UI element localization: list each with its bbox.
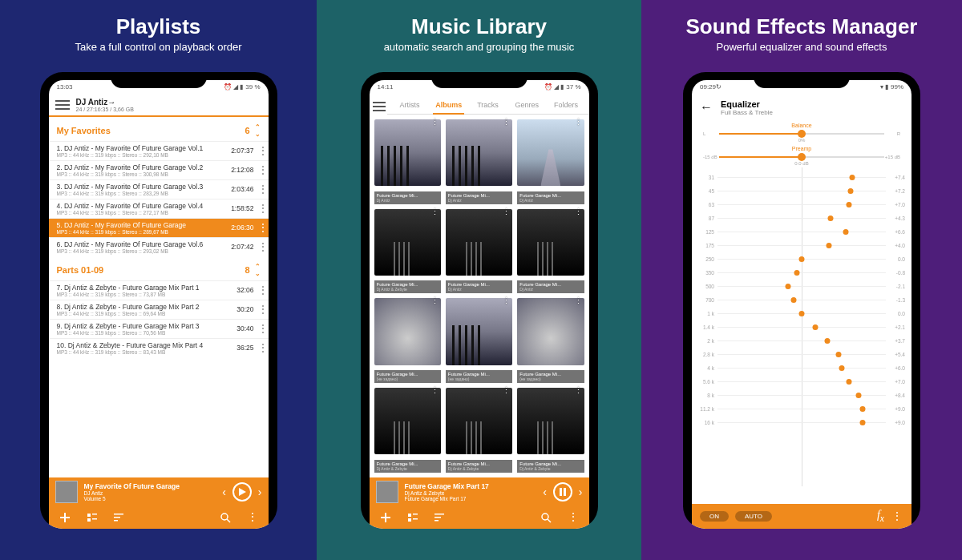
track-menu-icon[interactable]: ⋮ [257, 308, 264, 312]
auto-toggle[interactable]: AUTO [735, 511, 772, 522]
play-button[interactable] [232, 482, 252, 502]
tab-genres[interactable]: Genres [507, 98, 547, 114]
album-menu-icon[interactable]: ⋮ [574, 300, 583, 303]
album-menu-icon[interactable]: ⋮ [574, 389, 583, 393]
album-tile[interactable]: ⋮Future Garage Mi...Dj Antiz & Zebyte [374, 388, 441, 473]
back-icon[interactable]: ← [700, 100, 713, 115]
eq-band[interactable]: 700-1.3 [695, 293, 905, 307]
page-title: Equalizer [721, 99, 773, 109]
track-row[interactable]: 2. DJ Antiz - My Favorite Of Future Gara… [49, 160, 269, 179]
tab-folders[interactable]: Folders [547, 98, 586, 114]
tab-artists[interactable]: Artists [390, 98, 430, 114]
album-menu-icon[interactable]: ⋮ [574, 211, 583, 214]
album-menu-icon[interactable]: ⋮ [430, 389, 439, 393]
queue-icon[interactable] [86, 511, 99, 524]
pause-button[interactable] [553, 482, 572, 502]
prev-button[interactable]: ‹ [222, 485, 226, 498]
eq-band[interactable]: 45+7.2 [695, 184, 905, 198]
album-tile[interactable]: ⋮Future Garage Mi...(не задано) [374, 298, 441, 383]
eq-band[interactable]: 500-2.1 [695, 280, 905, 293]
eq-band[interactable]: 175+4.0 [695, 239, 905, 252]
album-menu-icon[interactable]: ⋮ [430, 121, 439, 124]
album-menu-icon[interactable]: ⋮ [430, 211, 439, 214]
track-row[interactable]: 6. DJ Antiz - My Favorite Of Future Gara… [49, 237, 269, 256]
add-icon[interactable] [379, 511, 392, 524]
album-menu-icon[interactable]: ⋮ [502, 121, 511, 124]
album-tile[interactable]: ⋮Future Garage Mi...Dj Antiz [517, 119, 584, 204]
eq-band[interactable]: 87+4.3 [695, 212, 905, 225]
album-menu-icon[interactable]: ⋮ [502, 300, 511, 303]
preamp-slider[interactable]: -15 dB+15 dB [703, 151, 900, 163]
svg-rect-9 [560, 488, 562, 496]
eq-band[interactable]: 1 k0.0 [695, 307, 905, 320]
now-playing-bar[interactable]: Future Garage Mix Part 17 Dj Antiz & Zeb… [370, 477, 589, 506]
eq-band[interactable]: 2 k+3.7 [695, 334, 905, 348]
track-row[interactable]: 4. DJ Antiz - My Favorite Of Future Gara… [49, 199, 269, 218]
prev-button[interactable]: ‹ [543, 485, 547, 498]
eq-band[interactable]: 5.6 k+7.0 [695, 375, 905, 389]
track-menu-icon[interactable]: ⋮ [257, 207, 264, 211]
balance-slider[interactable]: LR [703, 128, 900, 139]
track-menu-icon[interactable]: ⋮ [257, 226, 264, 230]
next-button[interactable]: › [258, 485, 262, 498]
menu-icon[interactable] [370, 97, 387, 111]
eq-band[interactable]: 11.2 k+9.0 [695, 402, 905, 416]
eq-band[interactable]: 16 k+9.0 [695, 416, 905, 429]
track-row[interactable]: 10. Dj Antiz & Zebyte - Future Garage Mi… [49, 338, 269, 357]
track-menu-icon[interactable]: ⋮ [257, 245, 264, 249]
search-icon[interactable] [540, 511, 552, 524]
eq-band[interactable]: 63+7.0 [695, 198, 905, 212]
fx-icon[interactable]: fx [877, 509, 884, 524]
album-menu-icon[interactable]: ⋮ [574, 121, 583, 124]
album-tile[interactable]: ⋮Future Garage Mi...Dj Antiz [446, 209, 512, 294]
track-menu-icon[interactable]: ⋮ [257, 288, 264, 292]
eq-band[interactable]: 2.8 k+5.4 [695, 348, 905, 361]
playlist-header[interactable]: My Favorites6 ⌃⌄ [49, 117, 269, 141]
now-playing-title: My Favorite Of Future Garage [84, 482, 216, 490]
track-menu-icon[interactable]: ⋮ [257, 327, 264, 331]
track-menu-icon[interactable]: ⋮ [257, 187, 264, 191]
now-playing-bar[interactable]: My Favorite Of Future Garage DJ Antiz Vo… [49, 477, 269, 506]
track-row[interactable]: 3. DJ Antiz - My Favorite Of Future Gara… [49, 179, 269, 199]
sort-icon[interactable] [113, 511, 126, 524]
eq-band[interactable]: 1.4 k+2.1 [695, 320, 905, 334]
track-menu-icon[interactable]: ⋮ [257, 149, 264, 153]
track-row[interactable]: 5. DJ Antiz - My Favorite Of Future Gara… [49, 218, 269, 237]
album-tile[interactable]: ⋮Future Garage Mi...(не задано) [517, 298, 584, 383]
search-icon[interactable] [219, 511, 232, 524]
on-toggle[interactable]: ON [700, 511, 729, 522]
more-icon[interactable]: ⋮ [567, 511, 580, 524]
eq-band[interactable]: 350-0.8 [695, 266, 905, 280]
album-menu-icon[interactable]: ⋮ [430, 300, 439, 303]
next-button[interactable]: › [579, 485, 583, 498]
track-row[interactable]: 1. DJ Antiz - My Favorite Of Future Gara… [49, 141, 269, 160]
playlist-header[interactable]: Parts 01-098 ⌃⌄ [49, 256, 269, 280]
album-tile[interactable]: ⋮Future Garage Mi...Dj Antiz [374, 119, 441, 204]
tab-albums[interactable]: Albums [429, 98, 468, 114]
eq-band[interactable]: 125+6.6 [695, 225, 905, 239]
track-menu-icon[interactable]: ⋮ [257, 346, 264, 350]
sort-icon[interactable] [434, 511, 447, 524]
album-tile[interactable]: ⋮Future Garage Mi...(не задано) [446, 298, 512, 383]
album-tile[interactable]: ⋮Future Garage Mi...Dj Antiz [446, 119, 512, 204]
track-menu-icon[interactable]: ⋮ [257, 168, 264, 172]
track-row[interactable]: 9. Dj Antiz & Zebyte - Future Garage Mix… [49, 319, 269, 338]
eq-band[interactable]: 8 k+8.4 [695, 389, 905, 402]
eq-band[interactable]: 2500.0 [695, 252, 905, 266]
add-icon[interactable] [59, 511, 71, 524]
album-menu-icon[interactable]: ⋮ [502, 389, 511, 393]
album-tile[interactable]: ⋮Future Garage Mi...Dj Antiz & Zebyte [446, 388, 512, 473]
album-menu-icon[interactable]: ⋮ [502, 211, 511, 214]
track-row[interactable]: 8. Dj Antiz & Zebyte - Future Garage Mix… [49, 300, 269, 319]
eq-band[interactable]: 4 k+6.0 [695, 361, 905, 375]
menu-icon[interactable] [55, 100, 70, 110]
album-tile[interactable]: ⋮Future Garage Mi...Dj Antiz & Zebyte [374, 209, 441, 294]
tab-tracks[interactable]: Tracks [468, 98, 507, 114]
more-icon[interactable]: ⋮ [891, 510, 903, 522]
track-row[interactable]: 7. Dj Antiz & Zebyte - Future Garage Mix… [49, 280, 269, 300]
album-tile[interactable]: ⋮Future Garage Mi...Dj Antiz [517, 209, 584, 294]
album-tile[interactable]: ⋮Future Garage Mi...Dj Antiz & Zebyte [517, 388, 584, 473]
queue-icon[interactable] [406, 511, 419, 524]
eq-band[interactable]: 31+7.4 [695, 171, 905, 184]
more-icon[interactable]: ⋮ [246, 511, 259, 524]
